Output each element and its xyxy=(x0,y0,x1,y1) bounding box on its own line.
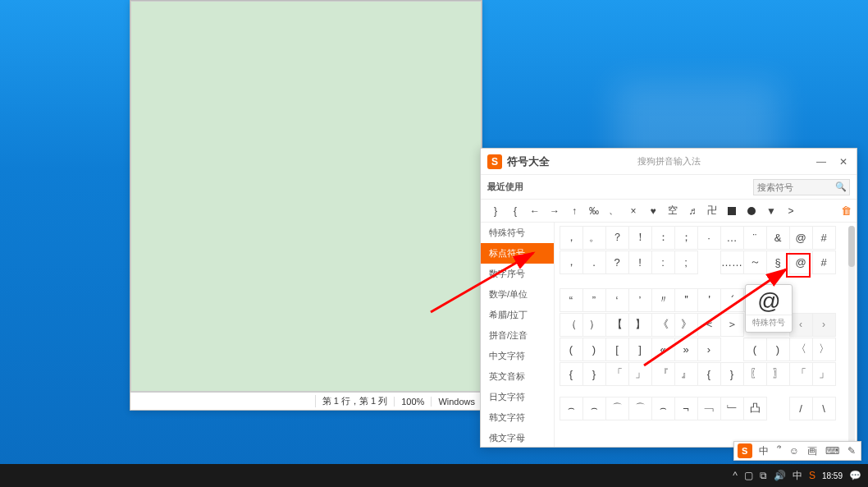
symbol-cell[interactable]: …… xyxy=(720,250,744,274)
symbol-cell[interactable]: 「 xyxy=(789,362,813,386)
notepad-text-area[interactable] xyxy=(130,1,482,392)
symbol-cell[interactable]: ‘ xyxy=(605,288,629,312)
recent-symbol[interactable]: 、 xyxy=(604,202,624,220)
category-item[interactable]: 韩文字符 xyxy=(481,407,554,428)
ime-lang-toggle[interactable]: 中 xyxy=(757,444,770,458)
symbol-cell[interactable]: : xyxy=(651,250,675,274)
symbol-cell[interactable]: ] xyxy=(628,338,652,361)
symbol-cell[interactable]: ) xyxy=(766,338,790,361)
symbol-cell[interactable]: 〈 xyxy=(789,338,813,361)
minimize-button[interactable]: — xyxy=(814,156,829,168)
symbol-cell[interactable]: ” xyxy=(582,288,606,312)
recent-symbol[interactable]: 卍 xyxy=(702,202,722,220)
symbol-cell[interactable]: 。 xyxy=(582,226,606,250)
symbol-cell[interactable]: ; xyxy=(674,250,698,274)
recent-symbol[interactable]: ‰ xyxy=(584,202,604,220)
category-item[interactable]: 数字序号 xyxy=(481,264,554,284)
symbol-cell-at[interactable]: @ xyxy=(789,250,813,274)
symbol-cell[interactable]: “ xyxy=(560,288,583,312)
symbol-cell[interactable]: 』 xyxy=(674,362,698,386)
search-icon[interactable]: 🔍 xyxy=(835,181,847,192)
symbol-cell[interactable]: } xyxy=(720,362,744,386)
symbol-cell[interactable]: ⌢ xyxy=(582,397,606,420)
recent-symbol[interactable]: ♬ xyxy=(683,202,702,220)
symbol-cell[interactable]: 凸 xyxy=(743,397,767,420)
symbol-cell[interactable]: & xyxy=(766,226,790,250)
recent-symbol[interactable] xyxy=(643,202,663,220)
symbol-cell[interactable]: ？ xyxy=(605,226,629,250)
ime-softkbd-button[interactable]: ⌨ xyxy=(824,445,841,457)
symbol-cell[interactable]: # xyxy=(812,250,836,274)
symbol-cell[interactable]: . xyxy=(582,250,606,274)
recent-symbol[interactable]: } xyxy=(486,202,505,220)
symbol-cell[interactable]: ＜ xyxy=(697,313,721,337)
symbol-cell[interactable]: ～ xyxy=(743,250,767,274)
symbol-cell[interactable]: ¨ xyxy=(743,226,767,250)
symbol-cell[interactable]: ＂ xyxy=(674,288,698,312)
ime-punct-toggle[interactable]: ՞ xyxy=(775,445,783,457)
symbol-cell[interactable]: # xyxy=(812,226,836,250)
tray-network-icon[interactable]: ⧉ xyxy=(760,470,767,481)
scrollbar-thumb[interactable] xyxy=(848,226,855,267)
symbol-cell[interactable]: ， xyxy=(560,226,583,250)
recent-symbol[interactable]: 空 xyxy=(663,202,683,220)
symbol-cell[interactable]: ¬ xyxy=(674,397,698,420)
tray-sogou-icon[interactable]: S xyxy=(809,470,815,481)
symbol-cell[interactable]: … xyxy=(720,226,744,250)
recent-symbol[interactable] xyxy=(742,202,761,220)
taskbar[interactable]: ^ ▢ ⧉ 🔊 中 S 18:59 💬 xyxy=(0,464,868,487)
symbol-cell[interactable]: ˊ xyxy=(720,288,744,312)
symbol-cell[interactable]: 〗 xyxy=(766,362,790,386)
category-item[interactable]: 中文字符 xyxy=(481,346,554,366)
symbol-cell[interactable]: › xyxy=(697,338,721,361)
symbol-cell[interactable]: { xyxy=(560,362,583,386)
symbol-cell[interactable]: 」 xyxy=(812,362,836,386)
symbol-cell[interactable]: ） xyxy=(582,313,606,337)
recent-symbol[interactable] xyxy=(722,202,742,220)
symbol-cell[interactable]: 『 xyxy=(651,362,675,386)
ime-floating-bar[interactable]: S 中 ՞ ☺ 画 ⌨ ✎ xyxy=(733,441,861,461)
symbol-cell[interactable]: « xyxy=(651,338,675,361)
tray-ime-icon[interactable]: 中 xyxy=(793,469,802,483)
symbol-cell[interactable]: { xyxy=(697,362,721,386)
symbol-cell[interactable]: ﹁ xyxy=(697,397,721,420)
ime-emoji-button[interactable]: ☺ xyxy=(788,445,801,457)
symbol-cell[interactable]: } xyxy=(582,362,606,386)
symbol-cell[interactable]: 〃 xyxy=(651,288,675,312)
recent-symbol[interactable]: > xyxy=(781,202,801,220)
recent-symbol[interactable]: ↑ xyxy=(564,202,584,220)
category-item[interactable]: 俄文字母 xyxy=(481,428,554,447)
category-item[interactable]: 拼音/注音 xyxy=(481,325,554,346)
symbol-cell[interactable]: · xyxy=(697,226,721,250)
symbol-cell[interactable]: ( xyxy=(743,338,767,361)
symbol-cell[interactable]: @ xyxy=(789,226,813,250)
clear-recent-icon[interactable]: 🗑 xyxy=(841,204,852,217)
recent-symbol[interactable]: ▼ xyxy=(761,202,781,220)
tray-chevron-icon[interactable]: ^ xyxy=(733,470,738,481)
symbol-cell[interactable]: ， xyxy=(560,250,583,274)
search-box[interactable]: 🔍 xyxy=(753,179,850,195)
symbol-cell[interactable]: \ xyxy=(812,397,836,420)
symbol-cell[interactable]: 》 xyxy=(674,313,698,337)
symbol-cell[interactable]: ﹂ xyxy=(720,397,744,420)
recent-symbol[interactable]: → xyxy=(545,202,564,220)
symbol-cell[interactable]: 「 xyxy=(605,362,629,386)
symbol-cell[interactable]: ＞ xyxy=(720,313,744,337)
close-button[interactable]: ✕ xyxy=(837,156,850,168)
recent-symbol[interactable]: { xyxy=(505,202,525,220)
symbol-cell[interactable]: » xyxy=(674,338,698,361)
symbol-cell[interactable]: ⌒ xyxy=(628,397,652,420)
notification-icon[interactable]: 💬 xyxy=(849,470,861,481)
symbol-cell[interactable]: 〖 xyxy=(743,362,767,386)
tray-volume-icon[interactable]: 🔊 xyxy=(774,470,786,481)
category-item[interactable]: 希腊/拉丁 xyxy=(481,305,554,325)
taskbar-clock[interactable]: 18:59 xyxy=(822,471,843,480)
symbol-cell[interactable]: / xyxy=(789,397,813,420)
ime-skin-button[interactable]: 画 xyxy=(806,444,819,458)
vertical-scrollbar[interactable] xyxy=(848,226,855,443)
recent-symbol[interactable]: × xyxy=(624,202,643,220)
symbol-cell[interactable]: § xyxy=(766,250,790,274)
category-item[interactable]: 日文字符 xyxy=(481,387,554,407)
symbol-cell[interactable]: ’ xyxy=(628,288,652,312)
symbol-cell[interactable]: （ xyxy=(560,313,583,337)
